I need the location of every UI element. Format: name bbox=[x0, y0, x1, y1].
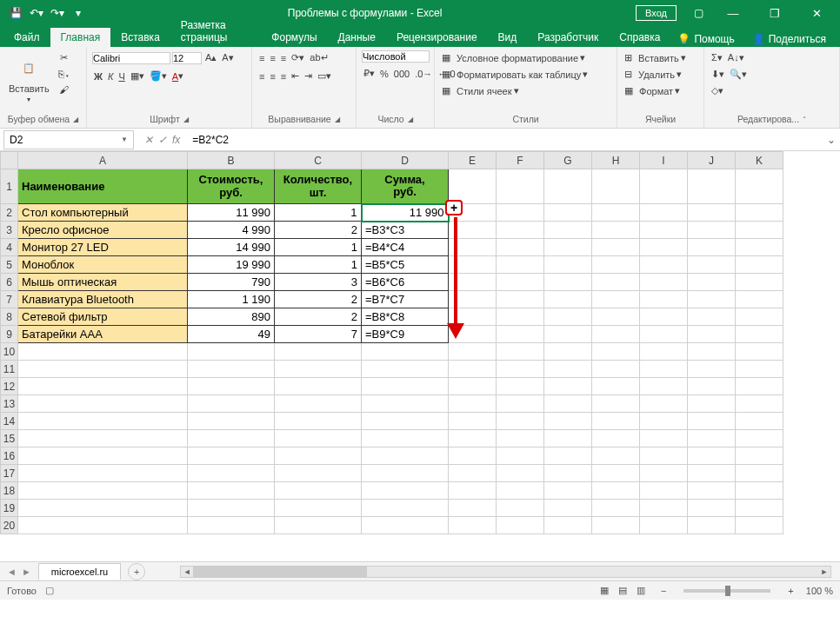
tell-me-button[interactable]: 💡Помощь bbox=[670, 31, 741, 47]
cell-H14[interactable] bbox=[592, 413, 640, 430]
cell-H16[interactable] bbox=[592, 447, 640, 465]
row-header-12[interactable]: 12 bbox=[1, 378, 18, 395]
qat-customize-icon[interactable]: ▾ bbox=[70, 4, 87, 22]
borders-icon[interactable]: ▦▾ bbox=[129, 69, 146, 83]
row-header-19[interactable]: 19 bbox=[1, 500, 18, 517]
cell-G5[interactable] bbox=[544, 256, 592, 274]
cell-F5[interactable] bbox=[497, 256, 544, 274]
cell-J17[interactable] bbox=[688, 465, 736, 482]
cell-E14[interactable] bbox=[449, 413, 497, 430]
cell-E11[interactable] bbox=[449, 361, 497, 378]
cell-I19[interactable] bbox=[640, 500, 688, 517]
cell-D12[interactable] bbox=[362, 378, 449, 395]
cell-H3[interactable] bbox=[592, 222, 640, 239]
cell-C6[interactable]: 3 bbox=[275, 274, 362, 291]
cell-B5[interactable]: 19 990 bbox=[188, 256, 275, 274]
row-header-8[interactable]: 8 bbox=[1, 308, 18, 326]
row-header-2[interactable]: 2 bbox=[1, 204, 18, 222]
cell-A20[interactable] bbox=[18, 517, 188, 534]
format-cells-button[interactable]: ▦ Формат▾ bbox=[623, 83, 682, 98]
col-header-E[interactable]: E bbox=[449, 152, 497, 169]
cell-C7[interactable]: 2 bbox=[275, 291, 362, 308]
name-box[interactable]: D2 ▼ bbox=[3, 130, 134, 149]
cell-F14[interactable] bbox=[497, 413, 544, 430]
align-top-icon[interactable]: ≡ bbox=[257, 51, 266, 65]
cell-C18[interactable] bbox=[275, 482, 362, 500]
cell-E15[interactable] bbox=[449, 430, 497, 447]
cell-A7[interactable]: Клавиатура Bluetooth bbox=[18, 291, 188, 308]
cell-A19[interactable] bbox=[18, 500, 188, 517]
formula-input[interactable]: =B2*C2 bbox=[187, 132, 823, 148]
row-header-4[interactable]: 4 bbox=[1, 239, 18, 256]
cell-H17[interactable] bbox=[592, 465, 640, 482]
undo-icon[interactable]: ↶▾ bbox=[28, 4, 45, 22]
conditional-formatting-button[interactable]: ▦ Условное форматирование▾ bbox=[440, 50, 587, 65]
view-page-layout-icon[interactable]: ▤ bbox=[615, 583, 630, 597]
cell-G16[interactable] bbox=[544, 447, 592, 465]
cell-D6[interactable]: =B6*C6 bbox=[362, 274, 449, 291]
row-header-1[interactable]: 1 bbox=[1, 169, 18, 204]
cell-K13[interactable] bbox=[736, 395, 783, 413]
tab-review[interactable]: Рецензирование bbox=[386, 28, 488, 47]
cell-K12[interactable] bbox=[736, 378, 783, 395]
cell-K9[interactable] bbox=[736, 326, 783, 343]
cell-G14[interactable] bbox=[544, 413, 592, 430]
collapse-ribbon-icon[interactable]: ˄ bbox=[803, 116, 806, 123]
view-page-break-icon[interactable]: ▥ bbox=[633, 583, 649, 597]
cell-B4[interactable]: 14 990 bbox=[188, 239, 275, 256]
cell-J15[interactable] bbox=[688, 430, 736, 447]
cell-K3[interactable] bbox=[736, 222, 783, 239]
cell-I1[interactable] bbox=[640, 169, 688, 204]
cell-A1[interactable]: Наименование bbox=[18, 169, 188, 204]
cell-G6[interactable] bbox=[544, 274, 592, 291]
cell-K10[interactable] bbox=[736, 343, 783, 361]
cell-F13[interactable] bbox=[497, 395, 544, 413]
cell-E20[interactable] bbox=[449, 517, 497, 534]
col-header-H[interactable]: H bbox=[592, 152, 640, 169]
fill-color-icon[interactable]: 🪣▾ bbox=[148, 69, 169, 83]
row-header-16[interactable]: 16 bbox=[1, 447, 18, 465]
cell-K4[interactable] bbox=[736, 239, 783, 256]
bold-button[interactable]: Ж bbox=[92, 70, 104, 83]
cell-D8[interactable]: =B8*C8 bbox=[362, 308, 449, 326]
cell-G9[interactable] bbox=[544, 326, 592, 343]
cell-E12[interactable] bbox=[449, 378, 497, 395]
number-launcher-icon[interactable]: ◢ bbox=[408, 116, 413, 123]
cell-K1[interactable] bbox=[736, 169, 783, 204]
cell-J9[interactable] bbox=[688, 326, 736, 343]
cell-I2[interactable] bbox=[640, 204, 688, 222]
find-icon[interactable]: 🔍▾ bbox=[728, 67, 749, 82]
col-header-I[interactable]: I bbox=[640, 152, 688, 169]
cell-A2[interactable]: Стол компьютерный bbox=[18, 204, 188, 222]
cell-G8[interactable] bbox=[544, 308, 592, 326]
row-header-9[interactable]: 9 bbox=[1, 326, 18, 343]
cell-G18[interactable] bbox=[544, 482, 592, 500]
col-header-F[interactable]: F bbox=[497, 152, 544, 169]
row-header-17[interactable]: 17 bbox=[1, 465, 18, 482]
cell-A8[interactable]: Сетевой фильтр bbox=[18, 308, 188, 326]
cell-A11[interactable] bbox=[18, 361, 188, 378]
cell-H13[interactable] bbox=[592, 395, 640, 413]
cell-B2[interactable]: 11 990 bbox=[188, 204, 275, 222]
cell-C4[interactable]: 1 bbox=[275, 239, 362, 256]
cell-F11[interactable] bbox=[497, 361, 544, 378]
cell-A10[interactable] bbox=[18, 343, 188, 361]
cell-G1[interactable] bbox=[544, 169, 592, 204]
number-format-select[interactable] bbox=[362, 50, 430, 63]
col-header-B[interactable]: B bbox=[188, 152, 275, 169]
cell-H5[interactable] bbox=[592, 256, 640, 274]
cell-C19[interactable] bbox=[275, 500, 362, 517]
cell-C12[interactable] bbox=[275, 378, 362, 395]
cell-G2[interactable] bbox=[544, 204, 592, 222]
cell-A4[interactable]: Монитор 27 LED bbox=[18, 239, 188, 256]
cell-J8[interactable] bbox=[688, 308, 736, 326]
wrap-text-icon[interactable]: ab↵ bbox=[308, 50, 330, 65]
cell-J1[interactable] bbox=[688, 169, 736, 204]
orientation-icon[interactable]: ⟳▾ bbox=[290, 50, 306, 65]
delete-cells-button[interactable]: ⊟ Удалить▾ bbox=[623, 67, 683, 82]
cell-B12[interactable] bbox=[188, 378, 275, 395]
cell-D1[interactable]: Сумма,руб. bbox=[362, 169, 449, 204]
row-header-15[interactable]: 15 bbox=[1, 430, 18, 447]
cell-G3[interactable] bbox=[544, 222, 592, 239]
cell-C20[interactable] bbox=[275, 517, 362, 534]
